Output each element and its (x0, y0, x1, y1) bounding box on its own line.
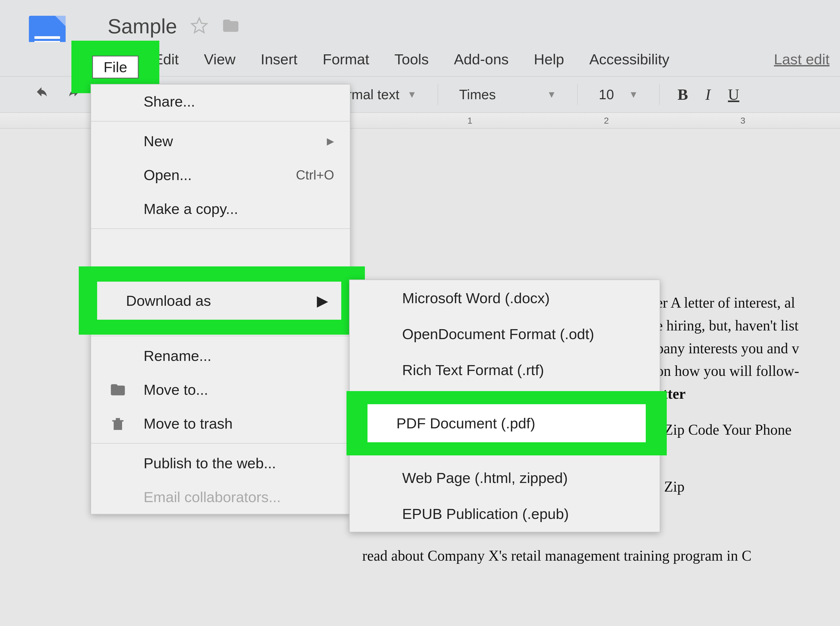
chevron-down-icon: ▼ (629, 89, 638, 100)
menu-item-label: Move to trash (144, 415, 233, 432)
download-epub[interactable]: EPUB Publication (.epub) (350, 496, 660, 532)
paragraph-style-dropdown[interactable]: rmal text ▼ (339, 84, 424, 105)
annotation-download-label: Download as ▶ (97, 282, 341, 320)
menu-format[interactable]: Format (318, 48, 374, 70)
menu-view[interactable]: View (199, 48, 240, 70)
menu-accessibility[interactable]: Accessibility (585, 48, 674, 70)
file-menu-publish[interactable]: Publish to the web... (91, 446, 350, 480)
folder-icon (109, 381, 126, 398)
menu-item-label: New (144, 133, 173, 150)
file-menu-new[interactable]: New ▶ (91, 124, 350, 158)
download-odt[interactable]: OpenDocument Format (.odt) (350, 316, 660, 352)
trash-icon (109, 415, 126, 432)
menu-item-label: Open... (144, 166, 192, 183)
doc-text: read about Company X's retail management… (362, 545, 824, 567)
paragraph-style-label: rmal text (347, 87, 399, 102)
menu-item-label: Move to... (144, 381, 208, 398)
undo-button[interactable] (29, 84, 54, 105)
menu-separator (91, 121, 350, 122)
font-family-dropdown[interactable]: Times ▼ (451, 84, 564, 105)
font-size-dropdown[interactable]: 10 ▼ (591, 84, 646, 105)
menu-separator (91, 443, 350, 444)
annotation-file-label: File (92, 56, 138, 78)
menu-separator (91, 336, 350, 336)
submenu-arrow-icon: ▶ (327, 136, 334, 147)
ruler-label: 3 (740, 116, 746, 126)
star-icon[interactable] (190, 17, 208, 36)
file-menu-email-collab[interactable]: Email collaborators... (91, 480, 350, 514)
menu-separator (91, 228, 350, 229)
file-menu-open[interactable]: Open... Ctrl+O (91, 158, 350, 192)
italic-button[interactable]: I (701, 83, 715, 106)
menu-item-label: Share... (144, 93, 195, 110)
file-menu-share[interactable]: Share... (91, 85, 350, 118)
toolbar-divider (438, 84, 438, 105)
annotation-highlight-download: Download as ▶ (79, 266, 365, 335)
menu-tools[interactable]: Tools (390, 48, 434, 70)
file-menu-move-trash[interactable]: Move to trash (91, 407, 350, 440)
download-html[interactable]: Web Page (.html, zipped) (350, 460, 660, 496)
menu-item-label: Rename... (144, 347, 211, 364)
menu-help[interactable]: Help (529, 48, 569, 70)
move-folder-icon[interactable] (222, 17, 240, 36)
toolbar-divider (659, 84, 660, 105)
download-rtf[interactable]: Rich Text Format (.rtf) (350, 352, 660, 388)
menu-addons[interactable]: Add-ons (449, 48, 513, 70)
font-size-value: 10 (599, 87, 614, 102)
document-title[interactable]: Sample (108, 14, 177, 38)
ruler-label: 1 (468, 116, 472, 126)
submenu-arrow-icon: ▶ (317, 292, 328, 309)
file-menu-rename[interactable]: Rename... (91, 339, 350, 373)
menu-shortcut: Ctrl+O (296, 167, 334, 183)
underline-button[interactable]: U (723, 83, 744, 106)
annotation-highlight-pdf: PDF Document (.pdf) (347, 391, 667, 455)
file-menu-make-copy[interactable]: Make a copy... (91, 192, 350, 226)
menu-item-label: Email collaborators... (144, 488, 281, 505)
chevron-down-icon: ▼ (407, 89, 416, 100)
titlebar: Sample (0, 0, 840, 42)
file-menu-move-to[interactable]: Move to... (91, 373, 350, 407)
font-family-label: Times (459, 87, 496, 102)
annotation-pdf-label: PDF Document (.pdf) (368, 404, 646, 442)
download-docx[interactable]: Microsoft Word (.docx) (350, 280, 660, 316)
last-edit-link[interactable]: Last edit (774, 51, 829, 68)
menu-insert[interactable]: Insert (256, 48, 302, 70)
menu-item-label: Make a copy... (144, 200, 238, 218)
chevron-down-icon: ▼ (547, 89, 556, 100)
bold-button[interactable]: B (673, 83, 693, 106)
toolbar-divider (577, 84, 578, 105)
ruler-label: 2 (604, 116, 609, 126)
menu-item-label: Publish to the web... (144, 455, 276, 472)
